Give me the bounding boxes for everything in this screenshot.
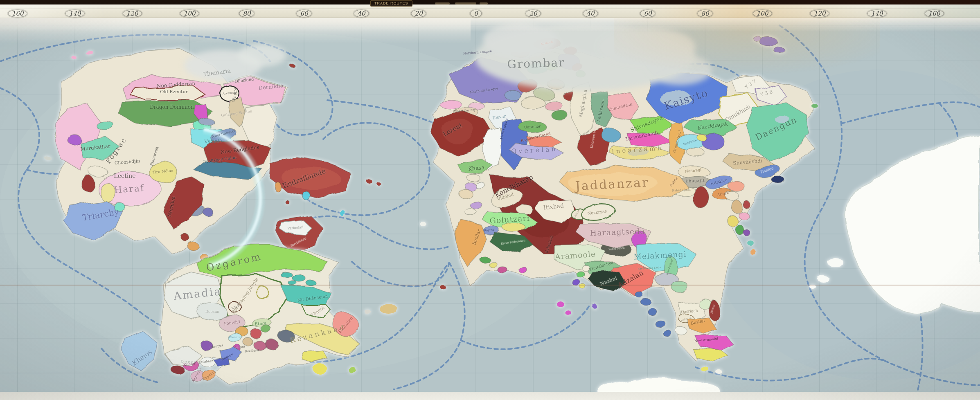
legend-smudge <box>480 2 488 4</box>
ruler-degree-6: 40 <box>354 10 369 18</box>
ruler-degree-8: 0 <box>470 10 482 18</box>
ruler-degree-12: 80 <box>697 10 712 18</box>
ruler-degree-7: 20 <box>411 10 426 18</box>
ruler-degree-13: 100 <box>753 10 772 18</box>
ruler-degree-3: 100 <box>180 10 199 18</box>
ruler-degree-10: 40 <box>583 10 598 18</box>
ruler-degree-1: 140 <box>65 10 85 18</box>
daylight-tint <box>614 16 880 90</box>
legend-smudge <box>435 2 450 4</box>
ruler-degree-14: 120 <box>810 10 829 18</box>
ruler-degree-11: 60 <box>640 10 655 18</box>
ruler-degree-2: 120 <box>123 10 142 18</box>
ruler-degree-4: 80 <box>239 10 254 18</box>
ruler-degree-9: 20 <box>525 10 541 18</box>
ruler-degree-15: 140 <box>867 10 887 18</box>
top-bar <box>0 0 980 4</box>
map-mode-tab[interactable]: TRADE ROUTES <box>370 0 412 7</box>
world-map[interactable] <box>0 0 980 400</box>
ruler-degree-5: 60 <box>296 10 311 18</box>
legend-smudge <box>455 2 476 4</box>
longitude-ruler: 1601401201008060402002040608010012014016… <box>0 4 980 18</box>
map-south-margin <box>0 392 980 400</box>
ruler-degree-16: 160 <box>925 10 944 18</box>
ruler-degree-0: 160 <box>8 10 27 18</box>
game-window: ThemariaNoo CoddorranOld RzenturDragon D… <box>0 0 980 400</box>
country-kiohalen[interactable] <box>333 314 358 336</box>
